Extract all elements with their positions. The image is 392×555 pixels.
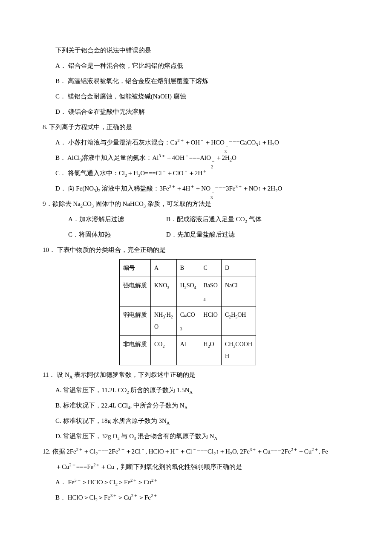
q11-option-d: D. 常温常压下，32g O2 与 O3 混合物含有的氧原子数为 NA [43,428,358,444]
q8-option-d: D． 向 Fe(NO3)2 溶液中加入稀盐酸：3Fe2＋＋4H＋＋NO－3===… [43,181,358,196]
q7-option-c: C． 镁铝合金耐腐蚀，但能被烧碱(NaOH) 腐蚀 [43,89,358,104]
table-header-cell: A [151,260,177,277]
q9-stem: 9．欲除去 Na2CO3 固体中的 NaHCO3 杂质，可采取的方法是 [43,196,358,211]
table-cell: C2H5OH [221,306,256,336]
table-header-row: 编号 A B C D [120,260,256,277]
q11-option-b: B. 标准状况下，22.4L CCl4, 中所含分子数为 NA [43,398,358,413]
q12-stem-line1: 12. 依据 2Fe2＋＋Cl2===2Fe3＋＋2Cl－, HClO＋H＋＋C… [43,444,358,459]
table-cell: CaCO3 [176,306,200,336]
table-cell: NaCl [221,277,256,306]
q11-option-a: A. 常温常压下，11.2L CO2 所含的原子数为 1.5NA [43,382,358,398]
q9-option-a: A．加水溶解后过滤 [43,211,166,227]
table-cell: BaSO4 [200,277,221,306]
q7-option-d: D． 镁铝合金在盐酸中无法溶解 [43,104,358,119]
q9-row1: A．加水溶解后过滤 B．配成溶液后通入足量 CO2 气体 [43,211,358,227]
q8-option-c: C． 将氯气通入水中：Cl2＋H2O===Cl－＋ClO－＋2H＋ [43,165,358,181]
table-cell: HClO [200,306,221,336]
q8-stem: 8. 下列离子方程式中，正确的是 [43,119,358,135]
q9-option-c: C．将固体加热 [43,227,166,242]
table-cell: H2SO4 [176,277,200,306]
table-cell: 强电解质 [120,277,151,306]
table-header-cell: C [200,260,221,277]
q9-option-b: B．配成溶液后通入足量 CO2 气体 [166,211,262,227]
q9-option-d: D．先加足量盐酸后过滤 [166,227,235,242]
q7-option-a: A． 铝合金是一种混合物，它比纯铝的熔点低 [43,58,358,73]
q11-stem: 11． 设 NA 表示阿伏加德罗常数，下列叙述中正确的是 [43,367,358,382]
q12-stem-line2: ＋Cu2＋===Fe2＋＋Cu，判断下列氧化剂的氧化性强弱顺序正确的是 [43,459,358,474]
q8-option-a: A． 小苏打溶液与少量澄清石灰水混合：Ca2＋＋OH－＋HCO－3===CaCO… [43,135,358,150]
table-cell: 弱电解质 [120,306,151,336]
q10-table: 编号 A B C D 强电解质 KNO3 H2SO4 BaSO4 NaCl 弱电… [119,259,256,365]
table-row: 非电解质 CO2 Al H2O CH3COOHH [120,336,256,365]
table-row: 强电解质 KNO3 H2SO4 BaSO4 NaCl [120,277,256,306]
q12-option-b: B． HClO＞Cl2＞Fe3＋＞Cu2＋＞Fe2＋ [43,490,358,505]
q11-option-c: C. 标准状况下，18g 水所含原子数为 3NA [43,413,358,428]
table-cell: 非电解质 [120,336,151,365]
table-cell: Al [176,336,200,365]
table-row: 弱电解质 NH3·H2O CaCO3 HClO C2H5OH [120,306,256,336]
table-header-cell: 编号 [120,260,151,277]
table-cell: CH3COOHH [221,336,256,365]
q7-option-b: B． 高温铝液易被氧化，铝合金应在熔剂层覆盖下熔炼 [43,73,358,89]
q9-row2: C．将固体加热 D．先加足量盐酸后过滤 [43,227,358,242]
table-header-cell: B [176,260,200,277]
q7-stem: 下列关于铝合金的说法中错误的是 [43,43,358,58]
table-cell: NH3·H2O [151,306,177,336]
table-cell: H2O [200,336,221,365]
q10-stem: 10． 下表中物质的分类组合，完全正确的是 [43,242,358,257]
table-cell: CO2 [151,336,177,365]
q12-option-a: A． Fe3＋＞HClO＞Cl2＞Fe2＋＞Cu2＋ [43,474,358,490]
table-header-cell: D [221,260,256,277]
q8-option-b: B． AlCl3溶液中加入足量的氨水：Al3＋＋4OH－===AlO－2＋2H2… [43,150,358,165]
table-cell: KNO3 [151,277,177,306]
